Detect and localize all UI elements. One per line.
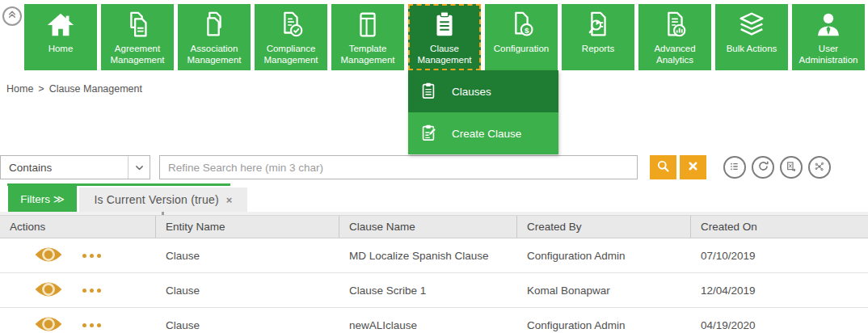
refresh-button[interactable] [752,156,774,179]
tile-label: Reports [580,43,616,54]
cell-entity-name: Clause [156,273,339,307]
clipboard-icon [419,82,437,102]
tile-bulk-actions[interactable]: Bulk Actions [715,4,788,70]
excel-export-button[interactable] [780,156,803,179]
refresh-icon [756,159,770,175]
column-header-clause-name[interactable]: Clause Name [339,216,517,238]
compliance-management-icon [276,9,306,41]
view-row-button[interactable] [34,245,63,267]
tile-compliance-management[interactable]: Compliance Management [255,4,327,70]
breadcrumb: Home > Clause Management [6,83,142,95]
tile-label: Compliance Management [255,43,327,66]
clause-management-menu: Clauses Create Clause [408,70,558,154]
tile-label: Agreement Management [101,43,174,66]
eye-icon [34,245,63,267]
tile-label: Configuration [492,43,550,54]
search-operator-select[interactable]: Contains [0,155,150,179]
home-icon [45,9,76,41]
list-view-icon [728,160,741,175]
clause-management-icon [429,9,460,41]
tile-advanced-analytics[interactable]: Advanced Analytics [638,4,711,70]
table-header-row: Actions Entity Name Clause Name Created … [0,215,868,238]
excel-export-icon [785,160,798,175]
view-row-button[interactable] [34,280,63,301]
tile-label: Clause Management [408,43,481,66]
column-header-actions[interactable]: Actions [0,216,156,238]
column-header-created-on[interactable]: Created On [691,216,868,238]
template-management-icon [352,9,383,41]
clear-search-button[interactable] [680,155,706,179]
cell-created-by: Komal Bonapwar [517,273,691,307]
breadcrumb-home[interactable]: Home [6,83,33,95]
bulk-actions-icon [736,9,767,41]
magnifier-icon [655,158,671,176]
clauses-table: Actions Entity Name Clause Name Created … [0,215,868,333]
chevrons-up-icon [6,8,19,24]
tile-configuration[interactable]: $ Configuration [485,4,558,70]
cell-clause-name: newALIclause [339,308,517,333]
row-actions-ellipsis-icon[interactable] [82,254,101,258]
tile-template-management[interactable]: Template Management [331,4,404,70]
row-actions-ellipsis-icon[interactable] [82,289,101,293]
svg-text:$: $ [525,26,529,35]
x-icon [687,160,699,175]
tile-user-administration[interactable]: User Administration [792,4,865,70]
table-row: Clause Clause Scribe 1 Komal Bonapwar 12… [0,273,868,308]
column-header-created-by[interactable]: Created By [517,216,691,238]
tile-label: Association Management [178,43,251,66]
tile-association-management[interactable]: Association Management [178,4,251,70]
table-row: Clause MD Localize Spanish Clause Config… [0,238,868,273]
collapse-toolbar-button[interactable] [2,6,22,26]
table-row: Clause newALIclause Configuration Admin … [0,308,868,333]
menu-item-clauses[interactable]: Clauses [408,70,558,112]
main-toolbar: Home Agreement Management Association Ma… [24,4,865,70]
filter-chip-is-current-version[interactable]: Is Current Version (true) × [79,188,247,212]
chip-close-icon[interactable]: × [226,195,233,205]
chevron-down-icon [128,156,150,179]
filter-chip-label: Is Current Version (true) [94,193,218,206]
cell-created-on: 07/10/2019 [691,238,868,272]
view-actions [723,156,831,179]
eye-icon [34,280,63,301]
search-button[interactable] [650,155,676,179]
configuration-icon: $ [506,9,537,41]
tile-label: Bulk Actions [725,43,779,54]
list-view-button[interactable] [723,156,746,179]
association-management-icon [199,9,230,41]
tile-home[interactable]: Home [24,4,97,70]
tile-reports[interactable]: Reports [562,4,634,70]
share-icon [813,160,826,175]
menu-item-label: Create Clause [452,128,521,140]
reports-icon [583,9,613,41]
breadcrumb-separator: > [38,83,44,95]
menu-item-create-clause[interactable]: Create Clause [408,112,558,154]
view-row-button[interactable] [34,314,63,333]
cell-entity-name: Clause [156,308,339,333]
cell-clause-name: MD Localize Spanish Clause [339,238,517,272]
tile-label: Advanced Analytics [638,43,711,66]
tile-label: Home [47,43,75,54]
cell-created-by: Configuration Admin [517,238,691,272]
advanced-analytics-icon [659,9,690,41]
row-actions-ellipsis-icon[interactable] [82,323,101,327]
search-operator-value: Contains [1,162,128,174]
agreement-management-icon [122,9,153,41]
user-administration-icon [813,9,844,41]
eye-icon [34,314,63,333]
cell-created-on: 12/04/2019 [691,273,868,307]
tile-label: User Administration [792,43,865,66]
cell-clause-name: Clause Scribe 1 [339,273,517,307]
breadcrumb-clause-management[interactable]: Clause Management [49,83,142,95]
tile-agreement-management[interactable]: Agreement Management [101,4,174,70]
column-header-entity-name[interactable]: Entity Name [156,216,339,238]
tile-label: Template Management [331,43,404,66]
cell-entity-name: Clause [156,238,339,272]
menu-item-label: Clauses [452,86,491,98]
tile-clause-management[interactable]: Clause Management [408,4,481,70]
search-input[interactable] [159,155,638,179]
share-button[interactable] [808,156,831,179]
filters-button[interactable]: Filters ≫ [8,186,77,212]
cell-created-on: 04/19/2020 [691,308,868,333]
cell-created-by: Configuration Admin [517,308,691,333]
clipboard-pencil-icon [419,124,437,144]
